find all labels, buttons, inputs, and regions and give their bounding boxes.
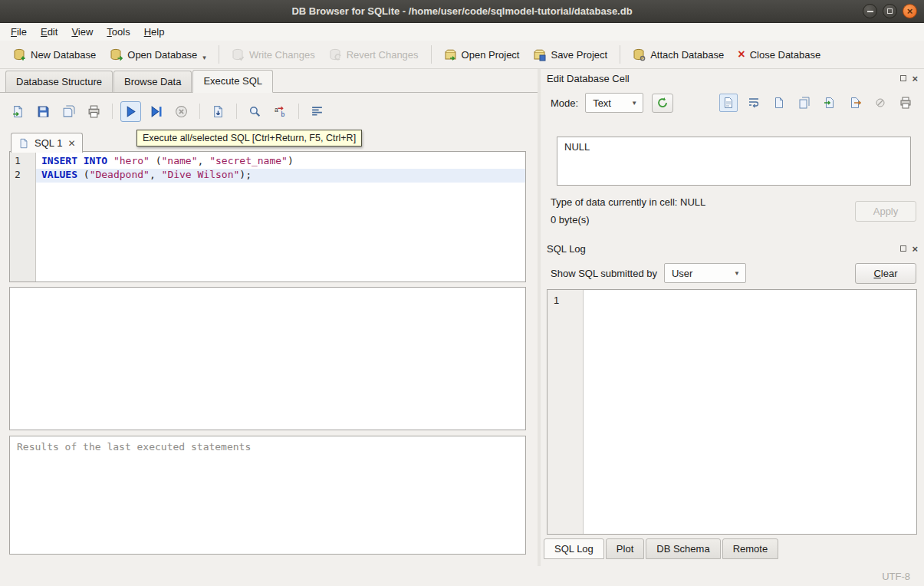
sql-string: "hero" <box>113 155 150 166</box>
find-button[interactable] <box>245 101 265 122</box>
open-database-button[interactable]: Open Database ▾ <box>103 44 213 66</box>
clear-log-button[interactable]: Clear <box>855 263 916 284</box>
print-sql-button[interactable] <box>84 101 104 122</box>
close-database-button[interactable]: × Close Database <box>731 44 827 65</box>
tab-browse-data[interactable]: Browse Data <box>113 71 192 92</box>
open-sql-file-icon <box>12 105 25 118</box>
write-changes-button[interactable]: Write Changes <box>225 44 322 66</box>
cell-value-editor[interactable]: NULL <box>557 137 911 186</box>
mode-combobox[interactable]: Text ▼ <box>585 93 643 113</box>
log-line-number-gutter: 1 <box>547 290 584 534</box>
tab-db-schema[interactable]: DB Schema <box>646 538 720 559</box>
stop-execution-icon <box>175 105 188 118</box>
chevron-down-icon: ▼ <box>725 270 740 277</box>
submitted-by-combobox[interactable]: User ▼ <box>664 263 746 283</box>
open-sql-file-button[interactable] <box>8 101 28 122</box>
results-grid[interactable] <box>9 287 526 430</box>
code-line-1: INSERT INTO "hero" ("name", "secret_name… <box>36 155 525 169</box>
menubar: File Edit View Tools Help <box>0 23 924 41</box>
tab-browse-data-label: Browse Data <box>124 76 181 87</box>
print-icon <box>87 105 100 118</box>
find-replace-button[interactable]: ab <box>270 101 291 122</box>
submitted-by-value: User <box>672 268 692 279</box>
tab-plot[interactable]: Plot <box>606 538 644 559</box>
app-window: DB Browser for SQLite - /home/user/code/… <box>0 0 924 586</box>
copy-cell-button[interactable] <box>795 94 814 112</box>
sql-string: "Deadpond" <box>90 169 150 180</box>
attach-database-button[interactable]: Attach Database <box>626 44 731 66</box>
save-sql-file-as-button[interactable] <box>58 101 79 122</box>
encoding-indicator[interactable]: UTF-8 <box>882 571 910 582</box>
sql-editor-panel: Database Structure Browse Data Execute S… <box>0 69 538 566</box>
menu-tools[interactable]: Tools <box>100 24 136 40</box>
new-database-button[interactable]: New Database <box>6 44 103 66</box>
write-changes-label: Write Changes <box>249 49 315 61</box>
import-icon <box>824 97 836 109</box>
dock-close-icon[interactable]: × <box>912 74 918 84</box>
print-cell-button[interactable] <box>896 94 915 112</box>
toolbar-separator <box>219 45 219 64</box>
sql-tab-label: SQL 1 <box>35 137 62 149</box>
open-in-editor-button[interactable] <box>770 94 788 112</box>
stop-execution-button[interactable] <box>171 101 192 122</box>
dock-float-icon[interactable] <box>900 75 906 81</box>
tab-sql-log[interactable]: SQL Log <box>544 538 604 559</box>
text-mode-icon <box>722 97 735 109</box>
sql-tab-close-icon[interactable]: ✕ <box>67 139 75 148</box>
filter-label: Show SQL submitted by <box>551 268 657 279</box>
main-tab-bar: Database Structure Browse Data Execute S… <box>0 69 538 93</box>
line-number-gutter: 1 2 <box>10 152 36 281</box>
auto-switch-mode-button[interactable] <box>652 94 673 113</box>
dock-float-icon[interactable] <box>900 245 906 252</box>
tab-database-structure[interactable]: Database Structure <box>5 71 113 92</box>
execution-message-area[interactable]: Results of the last executed statements <box>9 436 526 555</box>
export-icon <box>849 97 861 109</box>
menu-help[interactable]: Help <box>137 24 172 40</box>
save-results-button[interactable] <box>208 101 229 122</box>
maximize-button[interactable] <box>883 4 897 18</box>
open-database-dropdown-icon[interactable]: ▾ <box>202 54 206 61</box>
apply-button[interactable]: Apply <box>855 201 916 222</box>
revert-changes-label: Revert Changes <box>347 49 419 61</box>
word-wrap-button[interactable] <box>745 94 763 112</box>
sql-log-header: SQL Log × <box>541 241 924 256</box>
toolbar-separator <box>236 104 237 119</box>
tab-execute-sql[interactable]: Execute SQL <box>192 70 273 93</box>
tab-database-structure-label: Database Structure <box>16 76 102 87</box>
sql-log-view[interactable]: 1 <box>547 289 917 535</box>
execute-all-button[interactable] <box>120 101 141 122</box>
set-null-button[interactable] <box>871 94 889 112</box>
sql-log-title: SQL Log <box>547 243 586 255</box>
minimize-button[interactable] <box>863 4 877 18</box>
main-toolbar: New Database Open Database ▾ Write Chang… <box>0 41 924 69</box>
open-project-icon <box>444 48 457 61</box>
sql-string: "Dive Wilson" <box>162 169 240 180</box>
dock-close-icon[interactable]: × <box>912 244 918 254</box>
revert-changes-icon <box>329 48 342 61</box>
save-project-button[interactable]: Save Project <box>526 44 614 66</box>
mode-value: Text <box>593 97 611 109</box>
execute-current-line-button[interactable] <box>146 101 166 122</box>
save-sql-file-icon <box>37 105 50 118</box>
find-icon <box>248 105 261 118</box>
menu-file[interactable]: File <box>4 24 34 40</box>
open-project-button[interactable]: Open Project <box>437 44 527 66</box>
save-sql-file-as-icon <box>62 105 75 118</box>
export-to-file-button[interactable] <box>846 94 864 112</box>
format-sql-button[interactable] <box>307 101 327 122</box>
import-from-file-button[interactable] <box>820 94 839 112</box>
menu-edit[interactable]: Edit <box>34 24 64 40</box>
line-number: 1 <box>10 155 35 169</box>
sql-document-tab[interactable]: SQL 1 ✕ <box>11 133 83 153</box>
text-mode-button[interactable] <box>719 94 738 112</box>
save-sql-file-button[interactable] <box>33 101 54 122</box>
new-database-label: New Database <box>31 49 96 61</box>
sql-code-editor[interactable]: 1 2 INSERT INTO "hero" ("name", "secret_… <box>9 151 526 282</box>
menu-view[interactable]: View <box>64 24 100 40</box>
revert-changes-button[interactable]: Revert Changes <box>322 44 426 66</box>
tab-remote[interactable]: Remote <box>722 538 779 559</box>
open-database-label: Open Database <box>127 49 197 61</box>
close-button[interactable]: × <box>903 4 917 18</box>
code-area: INSERT INTO "hero" ("name", "secret_name… <box>36 152 525 281</box>
results-placeholder-text: Results of the last executed statements <box>17 441 251 453</box>
